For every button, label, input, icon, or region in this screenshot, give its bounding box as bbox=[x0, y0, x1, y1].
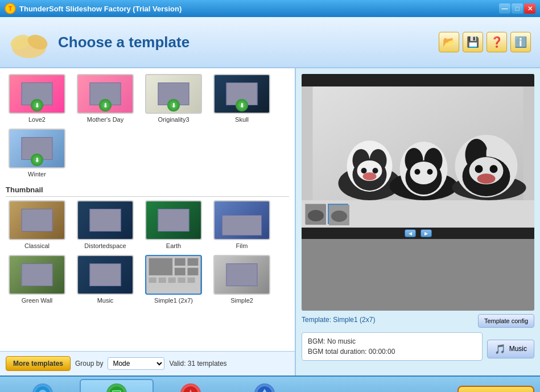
originality3-label: Originality3 bbox=[158, 116, 189, 123]
save-icon[interactable]: 💾 bbox=[463, 32, 483, 52]
love2-label: Love2 bbox=[28, 116, 46, 123]
svg-point-47 bbox=[331, 211, 347, 222]
page-title: Choose a template bbox=[58, 34, 189, 51]
preview-thumb-1[interactable] bbox=[305, 204, 325, 224]
nav-decorate[interactable]: Decorate bbox=[154, 379, 228, 392]
svg-point-43 bbox=[477, 174, 496, 184]
bottom-nav: Photo Template Decorate Publish MainMenu… bbox=[0, 376, 540, 392]
template-earth[interactable]: Earth bbox=[142, 200, 205, 249]
bgm-row: BGM: No music BGM total duration: 00:00:… bbox=[302, 332, 534, 365]
next-button[interactable]: ▶ bbox=[421, 229, 432, 237]
svg-rect-15 bbox=[188, 278, 195, 283]
download-winter-icon: ⬇ bbox=[31, 154, 43, 166]
template-info-row: Template: Simple1 (2x7) Template config bbox=[302, 315, 534, 328]
music-note-icon: 🎵 bbox=[494, 344, 506, 354]
template-nav-icon bbox=[106, 383, 127, 393]
template-skull[interactable]: ⬇ Skull bbox=[211, 74, 273, 123]
close-button[interactable]: ✕ bbox=[524, 3, 535, 14]
svg-point-24 bbox=[361, 168, 367, 174]
group-by-select[interactable]: Mode Style Color bbox=[108, 357, 164, 370]
music-template-label: Music bbox=[97, 297, 114, 304]
toolbar-icons: 📂 💾 ❓ ℹ️ bbox=[439, 32, 531, 52]
valid-label: Valid: 31 templates bbox=[169, 360, 226, 368]
svg-rect-10 bbox=[188, 268, 199, 275]
music-button[interactable]: 🎵 Music bbox=[487, 340, 534, 358]
right-panel: ◀ ▶ Template: Simple1 (2x7) Template con… bbox=[296, 68, 540, 376]
default-template-grid-row2: ⬇ Winter bbox=[6, 129, 289, 178]
svg-point-26 bbox=[363, 172, 377, 180]
template-winter[interactable]: ⬇ Winter bbox=[6, 129, 68, 178]
winter-label: Winter bbox=[28, 171, 46, 178]
download-mothers-icon: ⬇ bbox=[99, 99, 112, 112]
more-templates-button[interactable]: More templates bbox=[6, 356, 71, 371]
nav-template[interactable]: Template bbox=[80, 379, 154, 392]
minimize-button[interactable]: — bbox=[499, 3, 510, 14]
app-icon: T bbox=[5, 3, 16, 14]
bgm-duration-label: BGM total duration: 00:00:00 bbox=[308, 348, 476, 356]
svg-point-42 bbox=[490, 165, 498, 173]
preview-thumbnail-strip bbox=[302, 200, 534, 228]
template-originality3[interactable]: ⬇ Originality3 bbox=[142, 74, 205, 123]
earth-label: Earth bbox=[166, 242, 181, 249]
template-config-button[interactable]: Template config bbox=[478, 314, 534, 328]
group-by-label: Group by bbox=[75, 360, 103, 368]
template-music[interactable]: Music bbox=[74, 255, 137, 304]
app-title: ThunderSoft Slideshow Factory (Trial Ver… bbox=[19, 5, 182, 13]
skull-label: Skull bbox=[235, 116, 249, 123]
svg-rect-7 bbox=[175, 258, 186, 266]
template-simple2[interactable]: Simple2 bbox=[211, 255, 273, 304]
svg-point-34 bbox=[427, 169, 433, 175]
preview-top-bar bbox=[302, 74, 534, 86]
thumbnail-template-grid-row2: Green Wall Music bbox=[6, 255, 289, 304]
preview-content bbox=[302, 86, 534, 200]
publish-nav-icon bbox=[254, 383, 275, 393]
template-distortedspace[interactable]: Distortedspace bbox=[74, 200, 137, 249]
svg-rect-6 bbox=[149, 258, 172, 275]
default-template-grid: ⬇ Love2 ⬇ Mother's Day ⬇ Orig bbox=[6, 74, 289, 123]
maximize-button[interactable]: □ bbox=[512, 3, 523, 14]
bgm-label: BGM: No music bbox=[308, 337, 476, 345]
template-love2[interactable]: ⬇ Love2 bbox=[6, 74, 68, 123]
svg-rect-12 bbox=[159, 278, 166, 283]
svg-rect-14 bbox=[178, 278, 186, 283]
download-skull-icon: ⬇ bbox=[236, 99, 248, 112]
left-panel: ⬇ Love2 ⬇ Mother's Day ⬇ Orig bbox=[0, 68, 296, 376]
prev-button[interactable]: ◀ bbox=[405, 229, 416, 237]
template-mothers-day[interactable]: ⬇ Mother's Day bbox=[74, 74, 137, 123]
template-classical[interactable]: Classical bbox=[6, 200, 68, 249]
svg-text:T: T bbox=[9, 6, 12, 12]
distortedspace-label: Distortedspace bbox=[84, 242, 126, 249]
preview-control-bar: ◀ ▶ bbox=[302, 228, 534, 239]
greenwall-label: Green Wall bbox=[22, 297, 53, 304]
thumbnail-template-grid: Classical Distortedspace Earth bbox=[6, 200, 289, 249]
nav-photo[interactable]: Photo bbox=[6, 379, 80, 392]
film-label: Film bbox=[236, 242, 248, 249]
info-icon[interactable]: ℹ️ bbox=[510, 32, 531, 52]
svg-rect-13 bbox=[168, 278, 176, 283]
template-greenwall[interactable]: Green Wall bbox=[6, 255, 68, 304]
title-bar: T ThunderSoft Slideshow Factory (Trial V… bbox=[0, 0, 540, 17]
thumbnail-section-header: Thumbnail bbox=[6, 185, 289, 197]
template-film[interactable]: Film bbox=[211, 200, 273, 249]
open-folder-icon[interactable]: 📂 bbox=[439, 32, 459, 52]
download-orig-icon: ⬇ bbox=[167, 99, 180, 112]
svg-point-32 bbox=[410, 162, 438, 184]
svg-rect-11 bbox=[149, 278, 156, 283]
svg-point-41 bbox=[475, 165, 483, 173]
template-name-label: Template: Simple1 (2x7) bbox=[302, 316, 375, 324]
template-scroll-area[interactable]: ⬇ Love2 ⬇ Mother's Day ⬇ Orig bbox=[0, 68, 295, 351]
photo-nav-icon bbox=[32, 383, 53, 393]
main-menu-button[interactable]: MainMenu ▶ bbox=[457, 386, 534, 392]
svg-point-45 bbox=[308, 210, 324, 221]
mothers-day-label: Mother's Day bbox=[87, 116, 123, 123]
decorate-nav-icon bbox=[180, 383, 201, 393]
svg-rect-9 bbox=[188, 258, 199, 266]
svg-point-33 bbox=[415, 169, 421, 175]
svg-rect-8 bbox=[175, 268, 186, 275]
preview-thumb-2[interactable] bbox=[328, 204, 348, 224]
music-btn-label: Music bbox=[509, 345, 527, 353]
nav-publish[interactable]: Publish bbox=[228, 379, 302, 392]
help-icon[interactable]: ❓ bbox=[487, 32, 507, 52]
template-simple1[interactable]: Simple1 (2x7) bbox=[142, 255, 205, 304]
classical-label: Classical bbox=[24, 242, 50, 249]
